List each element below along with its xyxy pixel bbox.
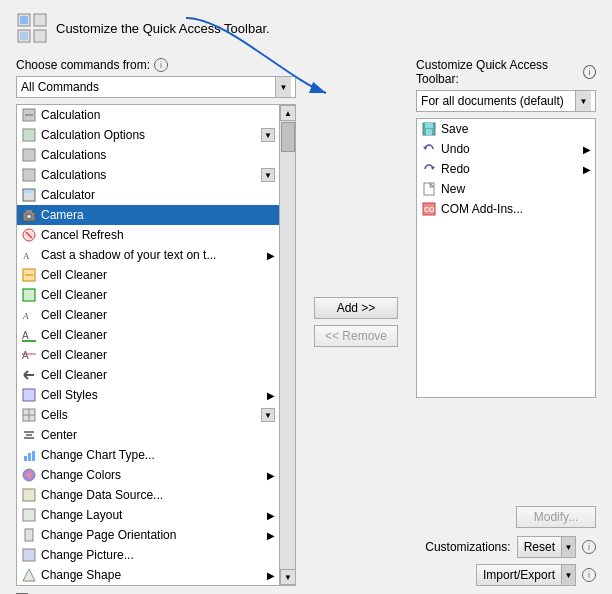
list-item-camera[interactable]: Camera xyxy=(17,205,279,225)
cell-cleaner6-icon xyxy=(21,367,37,383)
import-export-info-icon[interactable]: i xyxy=(582,568,596,582)
main-content: Choose commands from: i All Commands ▼ C… xyxy=(16,58,596,586)
list-item[interactable]: Calculations xyxy=(17,145,279,165)
cell-cleaner3-icon: A xyxy=(21,307,37,323)
chart-type-icon xyxy=(21,447,37,463)
calc2-icon xyxy=(21,147,37,163)
list-item[interactable]: Cell Styles ▶ xyxy=(17,385,279,405)
svg-rect-10 xyxy=(23,169,35,181)
scroll-up-btn[interactable]: ▲ xyxy=(280,105,296,121)
dropdown-btn[interactable]: ▼ xyxy=(261,168,275,182)
left-scrollbar[interactable]: ▲ ▼ xyxy=(279,105,295,585)
list-item[interactable]: Change Colors ▶ xyxy=(17,465,279,485)
cell-cleaner5-icon: A xyxy=(21,347,37,363)
list-item[interactable]: Change Picture... xyxy=(17,545,279,565)
list-item[interactable]: Change Chart Type... xyxy=(17,445,279,465)
svg-rect-9 xyxy=(23,149,35,161)
submenu-arrow: ▶ xyxy=(267,470,275,481)
remove-button[interactable]: << Remove xyxy=(314,325,398,347)
layout-icon xyxy=(21,507,37,523)
svg-rect-39 xyxy=(32,451,35,461)
import-export-row: Import/Export ▼ i xyxy=(416,564,596,586)
right-list-item[interactable]: Undo ▶ xyxy=(417,139,595,159)
submenu-arrow: ▶ xyxy=(267,570,275,581)
right-list[interactable]: Save Undo ▶ Redo ▶ xyxy=(416,118,596,398)
reset-info-icon[interactable]: i xyxy=(582,540,596,554)
new-icon xyxy=(421,181,437,197)
left-list[interactable]: Calculation Calculation Options ▼ xyxy=(17,105,279,585)
list-item[interactable]: Center xyxy=(17,425,279,445)
list-item[interactable]: Cell Cleaner xyxy=(17,265,279,285)
calc3-icon xyxy=(21,167,37,183)
list-item[interactable]: A Cast a shadow of your text on t... ▶ xyxy=(17,245,279,265)
left-dropdown[interactable]: All Commands ▼ xyxy=(16,76,296,98)
svg-text:CO: CO xyxy=(424,206,435,213)
right-panel: Customize Quick Access Toolbar: i For al… xyxy=(416,58,596,586)
list-item[interactable]: A Cell Cleaner xyxy=(17,305,279,325)
submenu-arrow: ▶ xyxy=(267,510,275,521)
cell-cleaner1-icon xyxy=(21,267,37,283)
right-dropdown[interactable]: For all documents (default) ▼ xyxy=(416,90,596,112)
redo-icon xyxy=(421,161,437,177)
reset-dropdown-arrow[interactable]: ▼ xyxy=(561,537,575,557)
list-item[interactable]: Cells ▼ xyxy=(17,405,279,425)
scroll-track[interactable] xyxy=(280,121,295,569)
list-item[interactable]: Change Page Orientation ▶ xyxy=(17,525,279,545)
svg-rect-44 xyxy=(23,549,35,561)
list-item[interactable]: A Cell Cleaner xyxy=(17,345,279,365)
calc-options-icon xyxy=(21,127,37,143)
right-list-item[interactable]: Save xyxy=(417,119,595,139)
list-item[interactable]: Calculator xyxy=(17,185,279,205)
list-item[interactable]: Change Layout ▶ xyxy=(17,505,279,525)
dialog-title: Customize the Quick Access Toolbar. xyxy=(56,21,270,36)
list-item[interactable]: Calculation xyxy=(17,105,279,125)
list-item[interactable]: Cell Cleaner xyxy=(17,365,279,385)
svg-point-40 xyxy=(23,469,35,481)
com-icon: CO xyxy=(421,201,437,217)
scroll-down-btn[interactable]: ▼ xyxy=(280,569,296,585)
svg-rect-49 xyxy=(426,129,432,135)
svg-rect-21 xyxy=(23,289,35,301)
right-list-item[interactable]: Redo ▶ xyxy=(417,159,595,179)
calculator-icon xyxy=(21,187,37,203)
dropdown-btn[interactable]: ▼ xyxy=(261,128,275,142)
left-info-icon[interactable]: i xyxy=(154,58,168,72)
list-item[interactable]: Change Shape ▶ xyxy=(17,565,279,585)
list-item[interactable]: Change Data Source... xyxy=(17,485,279,505)
svg-marker-51 xyxy=(431,166,435,170)
right-list-item[interactable]: New xyxy=(417,179,595,199)
right-list-item[interactable]: CO COM Add-Ins... xyxy=(417,199,595,219)
svg-rect-14 xyxy=(26,210,32,213)
list-item[interactable]: Calculation Options ▼ xyxy=(17,125,279,145)
cell-cleaner2-icon xyxy=(21,287,37,303)
list-item[interactable]: A Cell Cleaner xyxy=(17,325,279,345)
svg-rect-2 xyxy=(34,14,46,26)
svg-rect-4 xyxy=(20,16,28,24)
add-button[interactable]: Add >> xyxy=(314,297,398,319)
list-item[interactable]: Calculations ▼ xyxy=(17,165,279,185)
submenu-arrow: ▶ xyxy=(583,164,591,175)
list-item[interactable]: Cell Cleaner xyxy=(17,285,279,305)
svg-point-15 xyxy=(27,214,32,219)
left-dropdown-arrow[interactable]: ▼ xyxy=(275,77,291,97)
svg-rect-12 xyxy=(24,190,34,193)
submenu-arrow: ▶ xyxy=(267,250,275,261)
reset-split-button[interactable]: Reset ▼ xyxy=(517,536,576,558)
left-section-label: Choose commands from: i xyxy=(16,58,296,72)
list-item[interactable]: Cancel Refresh xyxy=(17,225,279,245)
svg-rect-30 xyxy=(23,389,35,401)
svg-text:A: A xyxy=(22,350,29,361)
right-dropdown-arrow[interactable]: ▼ xyxy=(575,91,591,111)
cancel-icon xyxy=(21,227,37,243)
right-info-icon[interactable]: i xyxy=(583,65,596,79)
scroll-thumb[interactable] xyxy=(281,122,295,152)
dropdown-btn[interactable]: ▼ xyxy=(261,408,275,422)
svg-text:A: A xyxy=(22,311,29,321)
orientation-icon xyxy=(21,527,37,543)
svg-marker-45 xyxy=(23,569,35,581)
import-export-dropdown-arrow[interactable]: ▼ xyxy=(561,565,575,585)
import-export-split-button[interactable]: Import/Export ▼ xyxy=(476,564,576,586)
svg-rect-43 xyxy=(25,529,33,541)
modify-button[interactable]: Modify... xyxy=(516,506,596,528)
save-icon xyxy=(421,121,437,137)
